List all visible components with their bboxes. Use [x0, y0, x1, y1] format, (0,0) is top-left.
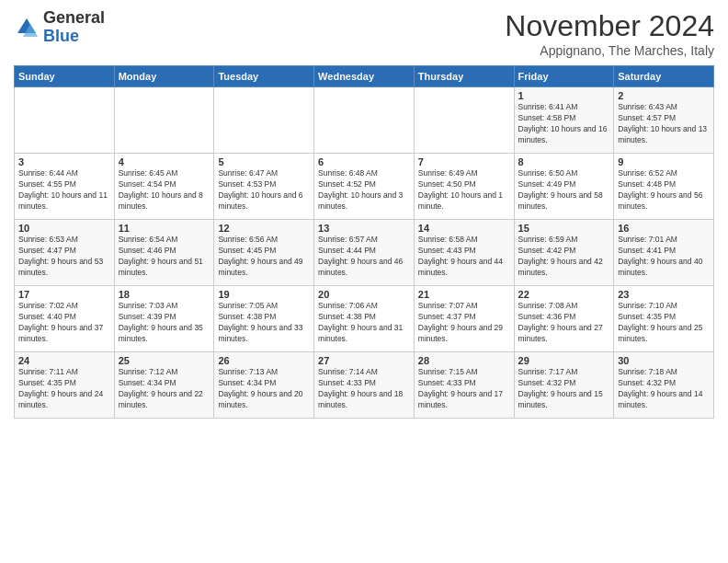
col-tuesday: Tuesday: [214, 66, 314, 87]
day-cell: 4Sunrise: 6:45 AMSunset: 4:54 PMDaylight…: [114, 154, 214, 220]
day-cell: 5Sunrise: 6:47 AMSunset: 4:53 PMDaylight…: [214, 154, 314, 220]
day-number: 24: [18, 355, 110, 366]
day-cell: 28Sunrise: 7:15 AMSunset: 4:33 PMDayligh…: [414, 352, 514, 419]
day-number: 27: [318, 355, 410, 366]
col-saturday: Saturday: [614, 66, 714, 87]
day-cell: 6Sunrise: 6:48 AMSunset: 4:52 PMDaylight…: [314, 154, 415, 220]
day-number: 16: [618, 223, 710, 234]
day-cell: [114, 87, 214, 154]
calendar-table: Sunday Monday Tuesday Wednesday Thursday…: [14, 65, 714, 419]
day-number: 6: [318, 156, 410, 167]
day-cell: 24Sunrise: 7:11 AMSunset: 4:35 PMDayligh…: [15, 352, 115, 419]
day-info: Sunrise: 7:03 AMSunset: 4:39 PMDaylight:…: [119, 301, 210, 345]
day-info: Sunrise: 6:57 AMSunset: 4:44 PMDaylight:…: [318, 235, 410, 279]
week-row-3: 10Sunrise: 6:53 AMSunset: 4:47 PMDayligh…: [15, 220, 714, 286]
day-cell: 26Sunrise: 7:13 AMSunset: 4:34 PMDayligh…: [214, 352, 314, 419]
day-cell: 3Sunrise: 6:44 AMSunset: 4:55 PMDaylight…: [15, 154, 115, 220]
logo: General Blue: [14, 9, 105, 46]
day-cell: 22Sunrise: 7:08 AMSunset: 4:36 PMDayligh…: [514, 286, 614, 352]
day-info: Sunrise: 7:13 AMSunset: 4:34 PMDaylight:…: [218, 367, 310, 411]
day-cell: 25Sunrise: 7:12 AMSunset: 4:34 PMDayligh…: [114, 352, 214, 419]
day-cell: 2Sunrise: 6:43 AMSunset: 4:57 PMDaylight…: [614, 87, 714, 154]
day-number: 18: [119, 289, 210, 300]
logo-icon: [14, 15, 40, 40]
day-number: 13: [318, 223, 410, 234]
day-cell: [414, 87, 514, 154]
page: General Blue November 2024 Appignano, Th…: [0, 0, 728, 563]
day-number: 25: [119, 355, 210, 366]
col-friday: Friday: [514, 66, 614, 87]
day-cell: 16Sunrise: 7:01 AMSunset: 4:41 PMDayligh…: [614, 220, 714, 286]
col-monday: Monday: [114, 66, 214, 87]
day-info: Sunrise: 7:06 AMSunset: 4:38 PMDaylight:…: [318, 301, 410, 345]
day-number: 17: [18, 289, 110, 300]
day-cell: 20Sunrise: 7:06 AMSunset: 4:38 PMDayligh…: [314, 286, 415, 352]
day-number: 30: [618, 355, 710, 366]
day-cell: 7Sunrise: 6:49 AMSunset: 4:50 PMDaylight…: [414, 154, 514, 220]
day-cell: 14Sunrise: 6:58 AMSunset: 4:43 PMDayligh…: [414, 220, 514, 286]
title-block: November 2024 Appignano, The Marches, It…: [505, 9, 714, 58]
day-info: Sunrise: 6:56 AMSunset: 4:45 PMDaylight:…: [218, 235, 310, 279]
day-number: 14: [418, 223, 510, 234]
week-row-2: 3Sunrise: 6:44 AMSunset: 4:55 PMDaylight…: [15, 154, 714, 220]
day-info: Sunrise: 7:18 AMSunset: 4:32 PMDaylight:…: [618, 367, 710, 411]
day-number: 15: [518, 223, 610, 234]
day-info: Sunrise: 6:44 AMSunset: 4:55 PMDaylight:…: [18, 168, 110, 213]
day-info: Sunrise: 6:48 AMSunset: 4:52 PMDaylight:…: [318, 168, 410, 213]
week-row-5: 24Sunrise: 7:11 AMSunset: 4:35 PMDayligh…: [15, 352, 714, 419]
day-info: Sunrise: 6:52 AMSunset: 4:48 PMDaylight:…: [618, 168, 710, 213]
day-number: 1: [518, 90, 610, 101]
day-cell: 10Sunrise: 6:53 AMSunset: 4:47 PMDayligh…: [15, 220, 115, 286]
day-number: 20: [318, 289, 410, 300]
day-info: Sunrise: 6:50 AMSunset: 4:49 PMDaylight:…: [518, 168, 610, 213]
col-sunday: Sunday: [15, 66, 115, 87]
day-info: Sunrise: 7:08 AMSunset: 4:36 PMDaylight:…: [518, 301, 610, 345]
day-cell: 8Sunrise: 6:50 AMSunset: 4:49 PMDaylight…: [514, 154, 614, 220]
day-number: 28: [418, 355, 510, 366]
day-cell: 13Sunrise: 6:57 AMSunset: 4:44 PMDayligh…: [314, 220, 415, 286]
day-number: 22: [518, 289, 610, 300]
day-number: 12: [218, 223, 310, 234]
header-row: Sunday Monday Tuesday Wednesday Thursday…: [15, 66, 714, 87]
day-number: 8: [518, 156, 610, 167]
month-title: November 2024: [505, 9, 714, 43]
day-number: 7: [418, 156, 510, 167]
day-cell: 21Sunrise: 7:07 AMSunset: 4:37 PMDayligh…: [414, 286, 514, 352]
day-info: Sunrise: 7:17 AMSunset: 4:32 PMDaylight:…: [518, 367, 610, 411]
day-cell: 11Sunrise: 6:54 AMSunset: 4:46 PMDayligh…: [114, 220, 214, 286]
day-info: Sunrise: 6:41 AMSunset: 4:58 PMDaylight:…: [518, 102, 610, 146]
day-info: Sunrise: 6:53 AMSunset: 4:47 PMDaylight:…: [18, 235, 110, 279]
day-cell: 9Sunrise: 6:52 AMSunset: 4:48 PMDaylight…: [614, 154, 714, 220]
day-info: Sunrise: 7:01 AMSunset: 4:41 PMDaylight:…: [618, 235, 710, 279]
week-row-4: 17Sunrise: 7:02 AMSunset: 4:40 PMDayligh…: [15, 286, 714, 352]
day-cell: 19Sunrise: 7:05 AMSunset: 4:38 PMDayligh…: [214, 286, 314, 352]
day-info: Sunrise: 7:02 AMSunset: 4:40 PMDaylight:…: [18, 301, 110, 345]
day-cell: [214, 87, 314, 154]
day-number: 21: [418, 289, 510, 300]
day-cell: 29Sunrise: 7:17 AMSunset: 4:32 PMDayligh…: [514, 352, 614, 419]
day-info: Sunrise: 7:14 AMSunset: 4:33 PMDaylight:…: [318, 367, 410, 411]
day-cell: 15Sunrise: 6:59 AMSunset: 4:42 PMDayligh…: [514, 220, 614, 286]
day-number: 23: [618, 289, 710, 300]
day-info: Sunrise: 6:49 AMSunset: 4:50 PMDaylight:…: [418, 168, 510, 213]
day-number: 29: [518, 355, 610, 366]
day-info: Sunrise: 7:10 AMSunset: 4:35 PMDaylight:…: [618, 301, 710, 345]
day-cell: 12Sunrise: 6:56 AMSunset: 4:45 PMDayligh…: [214, 220, 314, 286]
day-cell: [15, 87, 115, 154]
day-number: 5: [218, 156, 310, 167]
day-info: Sunrise: 7:15 AMSunset: 4:33 PMDaylight:…: [418, 367, 510, 411]
day-info: Sunrise: 6:59 AMSunset: 4:42 PMDaylight:…: [518, 235, 610, 279]
day-cell: 18Sunrise: 7:03 AMSunset: 4:39 PMDayligh…: [114, 286, 214, 352]
day-number: 11: [119, 223, 210, 234]
day-number: 26: [218, 355, 310, 366]
day-cell: 23Sunrise: 7:10 AMSunset: 4:35 PMDayligh…: [614, 286, 714, 352]
day-info: Sunrise: 6:54 AMSunset: 4:46 PMDaylight:…: [119, 235, 210, 279]
day-cell: 30Sunrise: 7:18 AMSunset: 4:32 PMDayligh…: [614, 352, 714, 419]
logo-general: General: [43, 8, 105, 27]
day-cell: [314, 87, 415, 154]
day-number: 9: [618, 156, 710, 167]
day-cell: 27Sunrise: 7:14 AMSunset: 4:33 PMDayligh…: [314, 352, 415, 419]
day-info: Sunrise: 7:05 AMSunset: 4:38 PMDaylight:…: [218, 301, 310, 345]
logo-blue: Blue: [43, 27, 79, 45]
calendar-body: 1Sunrise: 6:41 AMSunset: 4:58 PMDaylight…: [15, 87, 714, 419]
